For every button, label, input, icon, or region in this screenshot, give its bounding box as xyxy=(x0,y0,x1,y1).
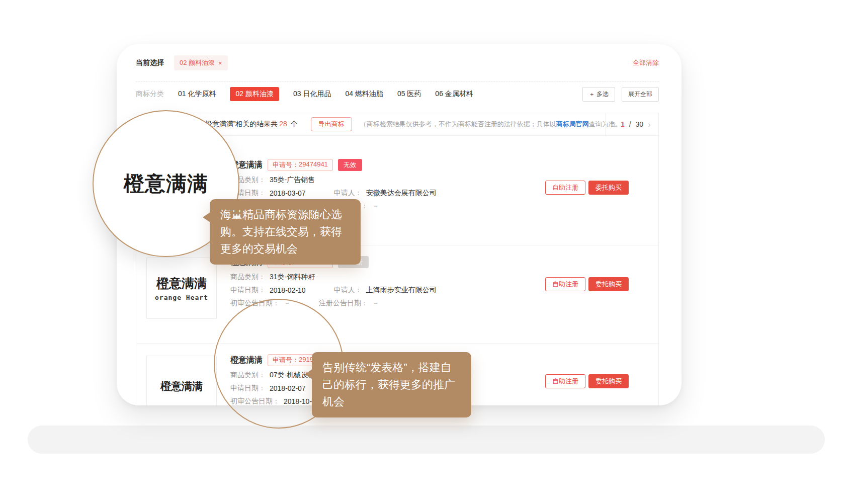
trademark-image: 橙意满满 orange Heart xyxy=(146,258,217,319)
results-count: 28 xyxy=(279,120,287,128)
application-number-label: 申请号： xyxy=(273,160,299,170)
trademark-image-text: 橙意满满 xyxy=(156,275,207,292)
category-item-01[interactable]: 01 化学原料 xyxy=(178,90,216,99)
tooltip-promotion: 告别传统“发表格”，搭建自己的标行，获得更多的推广机会 xyxy=(312,352,471,417)
trademark-image-subtext: orange Heart xyxy=(155,294,208,301)
category-bar-actions: ＋ 多选 展开全部 xyxy=(582,87,659,102)
category-item-06[interactable]: 06 金属材料 xyxy=(435,90,473,99)
expand-all-button[interactable]: 展开全部 xyxy=(622,87,659,102)
applicant-label: 申请人： xyxy=(334,189,362,198)
applicant-value: 上海雨步实业有限公司 xyxy=(366,286,437,295)
disclaimer-pre: （商标检索结果仅供参考，不作为商标能否注册的法律依据；具体以 xyxy=(360,120,556,128)
application-number-tag: 申请号：29474941 xyxy=(268,159,333,171)
filter-bar: 当前选择 02 颜料油漆 × 全部清除 xyxy=(136,44,659,81)
tooltip-marketplace-text: 海量精品商标资源随心选购。支持在线交易，获得更多的交易机会 xyxy=(220,208,342,255)
category-item-05[interactable]: 05 医药 xyxy=(397,90,421,99)
prev-page-icon[interactable]: ‹ xyxy=(613,120,616,129)
apply-date-value: 2018-02-10 xyxy=(270,286,306,294)
row-actions: 自助注册 委托购买 xyxy=(545,181,629,195)
entrust-buy-button[interactable]: 委托购买 xyxy=(588,181,629,195)
apply-date-value: 2018-03-07 xyxy=(270,189,306,197)
category-item-04[interactable]: 04 燃料油脂 xyxy=(345,90,383,99)
magnified-trademark-text: 橙意满满 xyxy=(124,170,208,198)
pagination: ‹ 1 / 30 › xyxy=(605,113,658,135)
clear-all-link[interactable]: 全部清除 xyxy=(633,58,659,67)
reg-notice-value: － xyxy=(372,202,379,211)
application-number: 29474941 xyxy=(299,160,328,170)
category-item-02-active[interactable]: 02 颜料油漆 xyxy=(230,87,279,101)
current-selection-label: 当前选择 xyxy=(136,58,164,67)
category-label: 商品类别： xyxy=(230,273,266,282)
self-register-button[interactable]: 自助注册 xyxy=(545,374,585,388)
self-register-button[interactable]: 自助注册 xyxy=(545,277,585,291)
tooltip-arrow-icon xyxy=(305,369,312,379)
trademark-office-link[interactable]: 商标局官网 xyxy=(556,120,589,128)
reg-notice-label: 注册公告日期： xyxy=(319,299,368,308)
tooltip-arrow-icon xyxy=(203,212,210,222)
total-pages: 30 xyxy=(636,120,644,128)
reg-notice-value: － xyxy=(372,299,379,308)
category-bar-label: 商标分类 xyxy=(136,90,164,99)
export-trademarks-button[interactable]: 导出商标 xyxy=(311,117,352,131)
page-separator: / xyxy=(629,120,631,128)
self-register-button[interactable]: 自助注册 xyxy=(545,181,585,195)
tooltip-marketplace: 海量精品商标资源随心选购。支持在线交易，获得更多的交易机会 xyxy=(210,199,361,265)
row-actions: 自助注册 委托购买 xyxy=(545,374,629,388)
applicant-label: 申请人： xyxy=(334,286,362,295)
entrust-buy-button[interactable]: 委托购买 xyxy=(588,277,629,291)
applicant-value: 安徽美达会展有限公司 xyxy=(366,189,437,198)
entrust-buy-button[interactable]: 委托购买 xyxy=(588,374,629,388)
current-page: 1 xyxy=(621,120,625,128)
results-summary-unit: 个 xyxy=(289,120,298,128)
laptop-base xyxy=(28,426,825,454)
category-value: 35类-广告销售 xyxy=(270,176,315,185)
multi-select-button[interactable]: ＋ 多选 xyxy=(582,87,615,102)
category-value: 31类-饲料种籽 xyxy=(270,273,315,282)
apply-date-label: 申请日期： xyxy=(230,286,266,295)
category-item-03[interactable]: 03 日化用品 xyxy=(293,90,331,99)
selected-filter-tag[interactable]: 02 颜料油漆 × xyxy=(174,55,228,70)
category-bar: 商标分类 01 化学原料 02 颜料油漆 03 日化用品 04 燃料油脂 05 … xyxy=(136,82,659,106)
trademark-image: 橙意满满 xyxy=(146,356,217,405)
status-badge: 无效 xyxy=(338,159,362,171)
tooltip-promotion-text: 告别传统“发表格”，搭建自己的标行，获得更多的推广机会 xyxy=(322,361,455,408)
next-page-icon[interactable]: › xyxy=(648,120,651,129)
row-actions: 自助注册 委托购买 xyxy=(545,277,629,291)
trademark-image-text: 橙意满满 xyxy=(160,379,203,393)
remove-filter-icon[interactable]: × xyxy=(218,60,222,66)
selected-filter-tag-label: 02 颜料油漆 xyxy=(180,58,215,67)
page-background: 当前选择 02 颜料油漆 × 全部清除 商标分类 01 化学原料 02 颜料油漆… xyxy=(0,0,853,504)
disclaimer-text: （商标检索结果仅供参考，不作为商标能否注册的法律依据；具体以商标局官网查询为准。… xyxy=(360,120,628,129)
